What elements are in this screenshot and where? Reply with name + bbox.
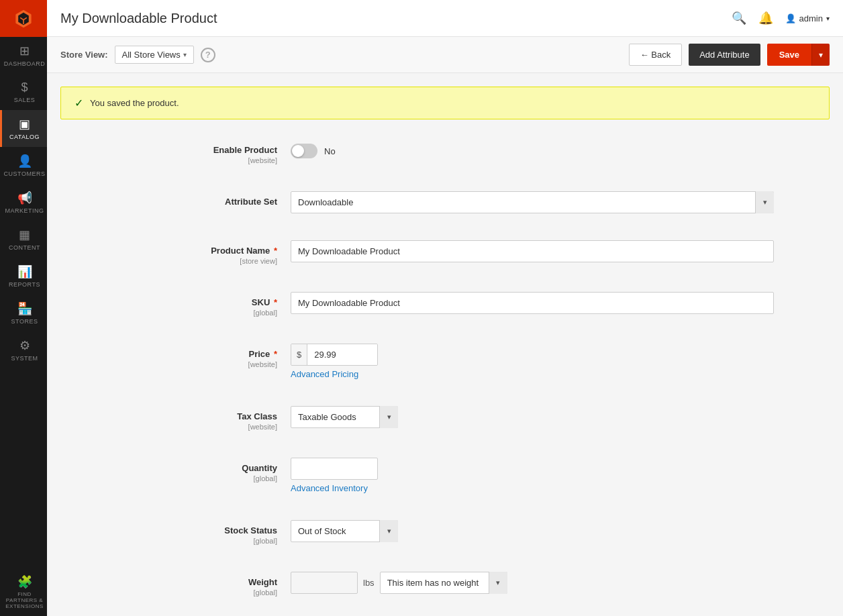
sidebar-item-system[interactable]: ⚙ SYSTEM [0,331,47,368]
sidebar-item-find-partners[interactable]: 🧩 FIND PARTNERS & EXTENSIONS [0,568,47,616]
sidebar-item-content[interactable]: ▦ CONTENT [0,221,47,258]
sidebar-item-stores[interactable]: 🏪 STORES [0,295,47,331]
store-view-selector[interactable]: All Store Views ▾ [115,46,194,64]
tax-class-scope: [website] [116,423,277,431]
stock-status-field: Out of Stock ▾ [291,520,774,542]
weight-input[interactable] [291,572,358,594]
price-scope: [website] [116,360,277,368]
attribute-set-field: Downloadable ▾ [291,191,774,213]
sidebar-item-dashboard[interactable]: ⊞ DASHBOARD [0,37,47,74]
quantity-label: Quantity [242,463,277,473]
sidebar-item-label: REPORTS [9,281,40,288]
sku-field [291,292,774,314]
add-attribute-button[interactable]: Add Attribute [689,44,760,66]
reports-icon: 📊 [17,264,32,279]
advanced-pricing-link[interactable]: Advanced Pricing [291,369,774,379]
weight-row: Weight [global] lbs This item has no wei… [116,565,774,603]
user-icon: 👤 [785,13,796,23]
sku-label: SKU * [252,297,277,307]
price-input-wrap: $ [291,344,378,366]
stock-status-select-wrap: Out of Stock ▾ [291,520,398,542]
actionbar-right: ← Back Add Attribute Save ▾ [629,44,830,66]
content-area: ✓ You saved the product. Enable Product … [47,73,843,616]
price-label: Price * [249,349,278,359]
price-input[interactable] [307,344,377,365]
sidebar-item-customers[interactable]: 👤 CUSTOMERS [0,147,47,184]
price-required: * [274,349,277,359]
notifications-icon[interactable]: 🔔 [758,11,773,25]
sidebar-item-label: SALES [14,97,36,103]
attribute-set-label: Attribute Set [225,197,277,207]
sidebar: ⊞ DASHBOARD $ SALES ▣ CATALOG 👤 CUSTOMER… [0,0,47,616]
sku-label-col: SKU * [global] [116,292,291,317]
sidebar-item-sales[interactable]: $ SALES [0,74,47,110]
sidebar-item-label: SYSTEM [11,355,38,362]
tax-class-label-col: Tax Class [website] [116,406,291,431]
success-message: ✓ You saved the product. [60,87,830,119]
product-form: Enable Product [website] No Attribute Se… [116,133,774,616]
product-name-field [291,240,774,262]
sku-input[interactable] [291,292,774,314]
sidebar-logo [0,0,47,37]
advanced-inventory-link[interactable]: Advanced Inventory [291,483,774,493]
customers-icon: 👤 [17,154,32,168]
user-caret-icon: ▾ [826,15,830,22]
search-icon[interactable]: 🔍 [732,11,746,25]
sidebar-item-label: DASHBOARD [4,60,46,67]
page-title: My Downloadable Product [60,11,217,26]
weight-label: Weight [248,577,277,587]
tax-class-label: Tax Class [237,411,277,421]
sidebar-item-reports[interactable]: 📊 REPORTS [0,258,47,295]
sidebar-item-label: CONTENT [9,244,40,251]
enable-product-toggle-wrap: No [291,140,774,158]
stock-status-row: Stock Status [global] Out of Stock ▾ [116,513,774,552]
product-name-scope: [store view] [116,257,277,265]
product-name-row: Product Name * [store view] [116,234,774,272]
attribute-set-label-col: Attribute Set [116,191,291,207]
quantity-scope: [global] [116,474,277,482]
product-name-input[interactable] [291,240,774,262]
quantity-row: Quantity [global] Advanced Inventory [116,451,774,500]
catalog-icon: ▣ [19,117,30,132]
tax-class-select[interactable]: Taxable Goods [291,406,398,428]
find-partners-icon: 🧩 [17,574,32,589]
enable-product-row: Enable Product [website] No [116,133,774,171]
quantity-input[interactable] [291,458,378,480]
enable-product-label: Enable Product [213,145,277,155]
toggle-knob [292,145,304,157]
user-label: admin [799,13,823,23]
store-view-select[interactable]: All Store Views ▾ [115,46,194,64]
attribute-set-row: Attribute Set Downloadable ▾ [116,185,774,220]
product-name-label-col: Product Name * [store view] [116,240,291,265]
sidebar-item-label: STORES [11,318,38,325]
weight-type-select[interactable]: This item has no weight [380,572,507,594]
sidebar-item-catalog[interactable]: ▣ CATALOG [0,110,47,147]
save-button[interactable]: Save [767,44,811,66]
product-name-required: * [274,246,277,256]
dashboard-icon: ⊞ [19,44,30,58]
store-view-caret-icon: ▾ [183,51,187,58]
price-label-col: Price * [website] [116,344,291,368]
attribute-set-select[interactable]: Downloadable [291,191,774,213]
user-menu[interactable]: 👤 admin ▾ [785,13,830,23]
price-row: Price * [website] $ Advanced Pricing [116,337,774,386]
enable-product-toggle[interactable] [291,144,317,158]
stores-icon: 🏪 [17,301,32,316]
sidebar-item-label: CATALOG [9,134,40,140]
help-icon[interactable]: ? [201,48,215,62]
back-button[interactable]: ← Back [629,44,683,66]
tax-class-field: Taxable Goods ▾ [291,406,774,428]
sidebar-item-label: CUSTOMERS [4,170,46,177]
tax-class-row: Tax Class [website] Taxable Goods ▾ [116,399,774,438]
topbar: My Downloadable Product 🔍 🔔 👤 admin ▾ [47,0,843,37]
stock-status-scope: [global] [116,537,277,545]
store-view-label: Store View: [60,50,108,60]
actionbar-left: Store View: All Store Views ▾ ? [60,46,215,64]
stock-status-select[interactable]: Out of Stock [291,520,398,542]
sku-required: * [274,297,277,307]
weight-unit: lbs [363,578,375,588]
sidebar-item-marketing[interactable]: 📢 MARKETING [0,184,47,221]
tax-class-select-wrap: Taxable Goods ▾ [291,406,398,428]
success-text: You saved the product. [90,98,179,108]
save-dropdown-button[interactable]: ▾ [811,44,830,66]
